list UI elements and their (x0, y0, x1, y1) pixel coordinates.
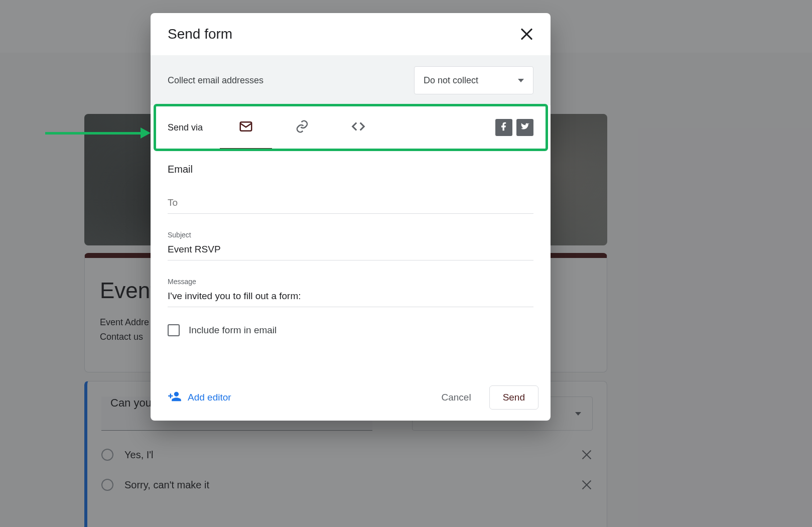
facebook-share-button[interactable] (495, 119, 512, 136)
send-via-row: Send via (151, 105, 551, 150)
embed-icon (351, 119, 366, 136)
tab-link[interactable] (274, 105, 330, 150)
to-field (168, 195, 533, 214)
collect-email-selected: Do not collect (424, 75, 478, 86)
add-person-icon (168, 389, 182, 406)
send-via-label: Send via (168, 122, 203, 133)
message-input[interactable] (168, 289, 533, 307)
collect-email-row: Collect email addresses Do not collect (151, 55, 551, 105)
include-form-label: Include form in email (189, 325, 277, 336)
include-form-row: Include form in email (168, 324, 533, 336)
include-form-checkbox[interactable] (168, 324, 180, 336)
add-editor-button[interactable]: Add editor (168, 389, 231, 406)
cancel-button[interactable]: Cancel (431, 387, 481, 408)
add-editor-label: Add editor (188, 392, 231, 403)
facebook-icon (499, 121, 509, 134)
dialog-header: Send form (151, 13, 551, 55)
dialog-body: Email Subject Message Include form in em… (151, 150, 551, 374)
message-field: Message (168, 278, 533, 307)
dialog-title: Send form (168, 26, 232, 42)
send-button[interactable]: Send (489, 385, 538, 410)
email-icon (238, 119, 253, 136)
send-form-dialog: Send form Collect email addresses Do not… (151, 13, 551, 421)
twitter-share-button[interactable] (516, 119, 533, 136)
link-icon (295, 119, 310, 136)
subject-label: Subject (168, 231, 533, 239)
social-share (495, 119, 533, 136)
message-label: Message (168, 278, 533, 286)
twitter-icon (520, 121, 530, 134)
subject-field: Subject (168, 231, 533, 260)
tab-embed[interactable] (330, 105, 386, 150)
dialog-footer: Add editor Cancel Send (151, 374, 551, 421)
chevron-down-icon (518, 79, 524, 82)
tab-email[interactable] (218, 105, 274, 150)
collect-email-label: Collect email addresses (168, 75, 263, 86)
subject-input[interactable] (168, 242, 533, 260)
close-icon[interactable] (519, 27, 533, 41)
email-section-heading: Email (168, 164, 533, 175)
to-input[interactable] (168, 195, 533, 214)
collect-email-select[interactable]: Do not collect (414, 66, 533, 94)
